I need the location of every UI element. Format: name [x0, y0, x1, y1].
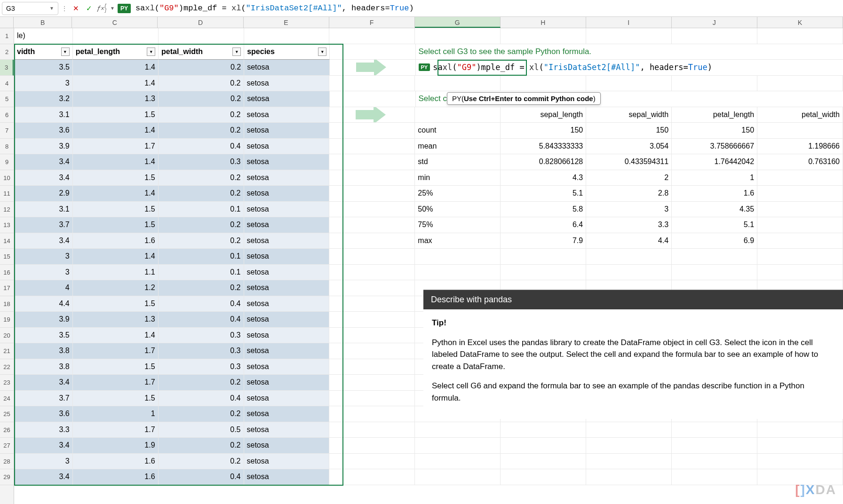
cell[interactable]: 0.2 [159, 375, 244, 391]
stats-value[interactable]: 4.35 [672, 202, 757, 218]
stats-value[interactable]: 150 [501, 123, 586, 139]
cell[interactable]: 3 [14, 76, 73, 92]
row-header-25[interactable]: 25 [0, 406, 14, 422]
cell[interactable]: setosa [244, 217, 330, 233]
row-header-9[interactable]: 9 [0, 154, 14, 170]
cell[interactable] [244, 28, 330, 44]
cell[interactable]: setosa [244, 107, 330, 123]
cell[interactable] [330, 91, 415, 107]
cell[interactable]: 1.4 [73, 249, 159, 265]
cell[interactable] [672, 469, 757, 485]
cell[interactable]: 0.4 [159, 469, 244, 485]
row-header-11[interactable]: 11 [0, 186, 14, 202]
cell[interactable]: 2.9 [14, 186, 73, 202]
cell[interactable]: 0.3 [159, 328, 244, 344]
cell[interactable] [757, 422, 843, 438]
stats-value[interactable]: 4.3 [501, 170, 586, 186]
cell[interactable] [329, 139, 415, 155]
cell[interactable] [329, 28, 415, 44]
cell[interactable]: 0.2 [159, 60, 244, 76]
cell[interactable]: setosa [244, 469, 330, 485]
cell[interactable]: 0.3 [159, 359, 244, 375]
cell[interactable] [672, 438, 757, 454]
column-header-K[interactable]: K [757, 17, 843, 28]
cell[interactable] [415, 76, 501, 92]
cell[interactable] [586, 249, 672, 265]
cell[interactable]: 1.5 [73, 107, 159, 123]
row-header-7[interactable]: 7 [0, 123, 14, 139]
cell[interactable]: 1.4 [73, 123, 159, 139]
cell[interactable]: 1.1 [73, 265, 159, 281]
row-header-3[interactable]: 3 [0, 60, 14, 76]
cell[interactable]: 0.2 [159, 438, 244, 454]
formula-input[interactable]: saxl("G9")mple_df = xl("IrisDataSet2[#Al… [134, 3, 841, 14]
cell[interactable]: 3.4 [14, 375, 73, 391]
cell[interactable] [586, 76, 672, 92]
cell[interactable] [329, 249, 415, 265]
filter-button[interactable]: ▾ [232, 47, 241, 56]
cell[interactable]: 0.1 [159, 249, 244, 265]
row-header-15[interactable]: 15 [0, 249, 14, 265]
cell[interactable]: 3.8 [14, 343, 73, 359]
row-header-2[interactable]: 2 [0, 44, 14, 60]
cell[interactable] [415, 469, 501, 485]
cell[interactable]: 3.4 [14, 170, 73, 186]
stats-label[interactable]: 50% [415, 202, 501, 218]
stats-value[interactable]: 5.1 [501, 186, 586, 202]
cell[interactable]: setosa [244, 296, 330, 312]
cell[interactable]: 1.5 [73, 296, 159, 312]
row-header-18[interactable]: 18 [0, 296, 14, 312]
stats-header[interactable]: sepal_width [586, 107, 672, 123]
cell[interactable] [501, 438, 586, 454]
cell[interactable] [415, 28, 501, 44]
stats-value[interactable]: 2 [586, 170, 672, 186]
cell[interactable] [329, 328, 415, 344]
column-header-B[interactable]: B [14, 17, 72, 28]
table-header[interactable]: species▾ [244, 44, 330, 60]
cell[interactable]: 0.2 [159, 170, 244, 186]
cell[interactable]: 1.7 [73, 139, 159, 155]
stats-value[interactable]: 6.4 [501, 217, 586, 233]
cell[interactable]: setosa [244, 249, 330, 265]
cell[interactable]: setosa [244, 391, 330, 407]
cell[interactable]: 1.4 [73, 76, 159, 92]
cell[interactable]: 1.5 [73, 217, 159, 233]
row-header-14[interactable]: 14 [0, 233, 14, 249]
cell[interactable]: setosa [244, 359, 330, 375]
stats-header[interactable]: petal_length [672, 107, 757, 123]
cell[interactable]: 1.5 [73, 391, 159, 407]
chevron-down-icon[interactable]: ▼ [110, 6, 115, 11]
cell[interactable] [329, 438, 415, 454]
cell[interactable] [415, 249, 501, 265]
cell[interactable]: setosa [244, 422, 330, 438]
cell[interactable]: 0.2 [159, 280, 244, 296]
cell[interactable]: 1.6 [73, 469, 159, 485]
cell[interactable] [329, 375, 415, 391]
stats-value[interactable]: 4.4 [586, 233, 672, 249]
cell[interactable]: 1.5 [73, 359, 159, 375]
cell[interactable]: 0.2 [159, 406, 244, 422]
cell[interactable]: 1 [73, 406, 159, 422]
stats-value[interactable] [757, 123, 843, 139]
row-header-16[interactable]: 16 [0, 265, 14, 281]
cell[interactable]: 3.6 [14, 123, 73, 139]
cell[interactable] [672, 28, 757, 44]
cell[interactable]: 1.7 [73, 422, 159, 438]
stats-value[interactable] [757, 233, 843, 249]
cell[interactable] [415, 454, 501, 470]
stats-label[interactable]: min [415, 170, 501, 186]
cell[interactable]: 3.6 [14, 406, 73, 422]
cell[interactable] [757, 28, 843, 44]
cell[interactable] [329, 202, 415, 218]
stats-value[interactable]: 3.054 [586, 139, 672, 155]
cell[interactable]: 3.1 [14, 107, 73, 123]
filter-button[interactable]: ▾ [318, 47, 326, 56]
row-header-21[interactable]: 21 [0, 343, 14, 359]
cell[interactable] [757, 265, 843, 281]
cell[interactable] [329, 359, 415, 375]
stats-value[interactable]: 1.198666 [757, 139, 843, 155]
cell[interactable] [329, 280, 415, 296]
cell[interactable]: 0.4 [159, 296, 244, 312]
cell[interactable]: 3.9 [14, 312, 73, 328]
stats-value[interactable]: 5.1 [672, 217, 757, 233]
